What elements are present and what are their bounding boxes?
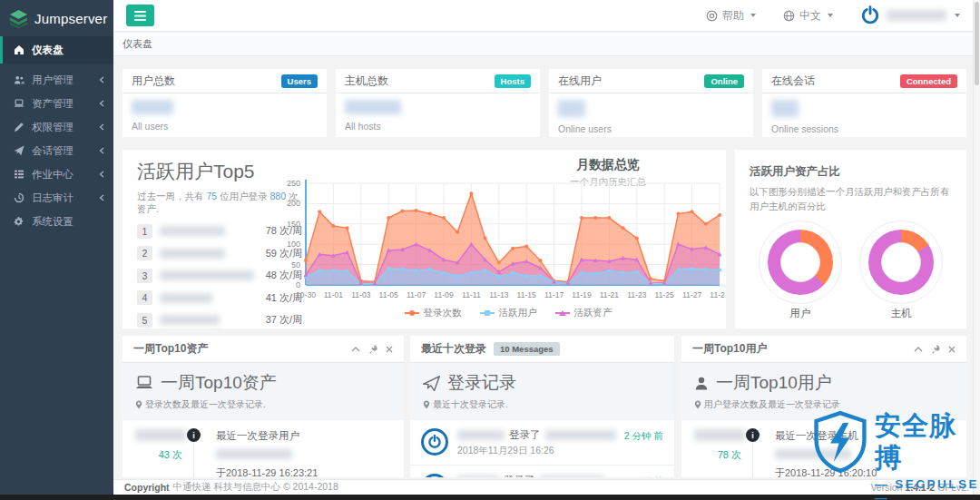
info-icon bbox=[746, 428, 760, 442]
user-avatar bbox=[860, 5, 880, 25]
sidebar-item-permissions[interactable]: 权限管理 bbox=[0, 115, 113, 139]
login-action: 登录了 bbox=[509, 428, 541, 442]
card-title: 在线会话 bbox=[771, 74, 815, 89]
map-marker-icon bbox=[423, 400, 430, 409]
messages-badge: 10 Messages bbox=[494, 342, 560, 356]
legend-item-active-users[interactable]: 活跃用户 bbox=[480, 307, 537, 319]
wrench-icon[interactable] bbox=[368, 345, 377, 354]
stat-card-online-users: 在线用户 Online Online users bbox=[549, 69, 753, 137]
language-menu[interactable]: 中文 bbox=[783, 8, 833, 24]
chevron-left-icon bbox=[99, 100, 104, 107]
close-icon[interactable] bbox=[386, 346, 393, 353]
top5-row[interactable]: 4 41 次/周 bbox=[137, 290, 302, 305]
svg-text:50: 50 bbox=[291, 260, 300, 270]
user-count-link[interactable]: 75 bbox=[206, 191, 217, 201]
sidebar-item-settings[interactable]: 系统设置 bbox=[0, 210, 113, 233]
username-redacted bbox=[457, 430, 505, 440]
hamburger-icon bbox=[134, 11, 146, 21]
footer: Copyright 中通快递 科技与信息中心 © 2014-2018 Versi… bbox=[113, 479, 980, 495]
login-record-row[interactable]: 登录了 2018年11月29日 16:25 3 分钟 前 bbox=[410, 466, 674, 477]
status-badge: Online bbox=[704, 74, 744, 88]
sidebar-item-assets[interactable]: 资产管理 bbox=[0, 92, 113, 115]
login-count: 78 次 bbox=[718, 448, 741, 462]
username-redacted bbox=[887, 10, 946, 21]
asset-row[interactable]: 43 次 最近一次登录用户 于2018-11-29 16:23:21 bbox=[122, 427, 404, 477]
row-label: 最近一次登录主机 bbox=[775, 429, 956, 443]
login-time: 于2018-11-29 16:20:10 bbox=[775, 466, 956, 477]
donut-hole bbox=[881, 242, 921, 282]
donut-chart[interactable] bbox=[768, 230, 833, 295]
legend-item-logins[interactable]: 登录次数 bbox=[405, 307, 462, 319]
stat-value-redacted bbox=[558, 100, 585, 117]
chart-title: 月数据总览 bbox=[472, 157, 744, 173]
window-edge bbox=[0, 495, 980, 500]
svg-text:11-29: 11-29 bbox=[710, 290, 725, 299]
rank-badge: 4 bbox=[137, 290, 152, 305]
status-badge: Users bbox=[281, 74, 318, 88]
sidebar-item-sessions[interactable]: 会话管理 bbox=[0, 139, 113, 162]
scrollbar-thumb[interactable] bbox=[975, 2, 979, 85]
hero-subtitle-text: 用户登录次数及最近一次登录记录 bbox=[704, 398, 840, 411]
chart-legend: 登录次数 活跃用户 活跃资产 bbox=[299, 307, 717, 319]
svg-text:100: 100 bbox=[287, 240, 300, 249]
rank-badge: 5 bbox=[137, 313, 152, 328]
top5-row[interactable]: 1 78 次/周 bbox=[137, 224, 302, 239]
chevron-left-icon bbox=[99, 194, 104, 201]
login-timestamp: 2018年11月29日 16:26 bbox=[457, 445, 624, 457]
svg-text:0: 0 bbox=[296, 280, 300, 289]
square-marker-icon bbox=[485, 310, 490, 316]
close-icon[interactable] bbox=[948, 346, 956, 353]
jumpserver-avatar-icon bbox=[421, 428, 448, 456]
top5-row[interactable]: 5 37 次/周 bbox=[137, 313, 302, 328]
month-overview-chart: 05010015020025010-3011-0111-0311-0511-07… bbox=[280, 178, 725, 307]
sidebar-item-label: 用户管理 bbox=[32, 74, 74, 87]
time-ago: 2 分钟 前 bbox=[624, 430, 663, 443]
svg-text:11-03: 11-03 bbox=[351, 290, 371, 299]
username-redacted bbox=[160, 293, 212, 303]
breadcrumb[interactable]: 仪表盘 bbox=[122, 37, 152, 51]
top5-row[interactable]: 3 48 次/周 bbox=[137, 269, 302, 283]
sidebar-item-label: 系统设置 bbox=[32, 215, 74, 229]
status-badge: Hosts bbox=[495, 74, 531, 88]
rank-badge: 1 bbox=[137, 224, 152, 239]
active-users-top5: 活跃用户Top5 过去一周，共有 75 位用户登录 880 次资产. 1 78 … bbox=[137, 159, 302, 328]
top5-row[interactable]: 2 59 次/周 bbox=[137, 246, 302, 260]
user-row[interactable]: 78 次 最近一次登录主机 于2018-11-29 16:20:10 bbox=[681, 427, 966, 477]
app-logo[interactable]: Jumpserver bbox=[0, 0, 113, 36]
legend-item-active-assets[interactable]: 活跃资产 bbox=[555, 307, 612, 319]
sidebar-item-dashboard[interactable]: 仪表盘 bbox=[0, 36, 113, 64]
svg-text:10-30: 10-30 bbox=[296, 290, 316, 299]
wrench-icon[interactable] bbox=[931, 345, 940, 354]
caret-down-icon bbox=[828, 14, 833, 17]
sidebar-item-jobs[interactable]: 作业中心 bbox=[0, 162, 113, 186]
card-subtitle: Online sessions bbox=[771, 123, 957, 134]
sidebar-toggle-button[interactable] bbox=[126, 5, 154, 26]
svg-text:11-25: 11-25 bbox=[655, 290, 675, 299]
triangle-marker-icon bbox=[559, 310, 566, 316]
sidebar-item-label: 会话管理 bbox=[32, 144, 74, 158]
collapse-icon[interactable] bbox=[914, 346, 923, 353]
help-menu[interactable]: 帮助 bbox=[706, 8, 756, 24]
sidebar-item-users[interactable]: 用户管理 bbox=[0, 68, 113, 92]
collapse-icon[interactable] bbox=[351, 346, 360, 353]
sidebar-item-audit[interactable]: 日志审计 bbox=[0, 186, 113, 210]
hostname-redacted bbox=[775, 449, 851, 459]
login-record-row[interactable]: 登录了 2018年11月29日 16:26 2 分钟 前 bbox=[410, 420, 674, 466]
paper-plane-icon bbox=[14, 145, 24, 156]
recent-logins-panel: 最近十次登录 10 Messages 登录记录 最近十次登录记录. 登录了 20… bbox=[410, 336, 674, 477]
svg-text:11-01: 11-01 bbox=[324, 290, 344, 299]
svg-text:200: 200 bbox=[287, 199, 300, 208]
donut-chart[interactable] bbox=[868, 230, 934, 295]
login-time: 于2018-11-29 16:23:21 bbox=[216, 466, 393, 477]
card-subtitle: Online users bbox=[558, 123, 744, 134]
card-subtitle: All hosts bbox=[345, 121, 531, 132]
page-scrollbar[interactable] bbox=[973, 0, 980, 495]
svg-text:11-27: 11-27 bbox=[682, 290, 702, 299]
user-menu[interactable] bbox=[860, 5, 960, 25]
caret-down-icon bbox=[750, 14, 756, 17]
circle-marker-icon bbox=[409, 310, 415, 316]
svg-text:250: 250 bbox=[287, 179, 300, 188]
sidebar-item-label: 权限管理 bbox=[32, 121, 74, 134]
svg-text:150: 150 bbox=[287, 220, 300, 229]
sidebar-item-label: 作业中心 bbox=[32, 168, 74, 181]
